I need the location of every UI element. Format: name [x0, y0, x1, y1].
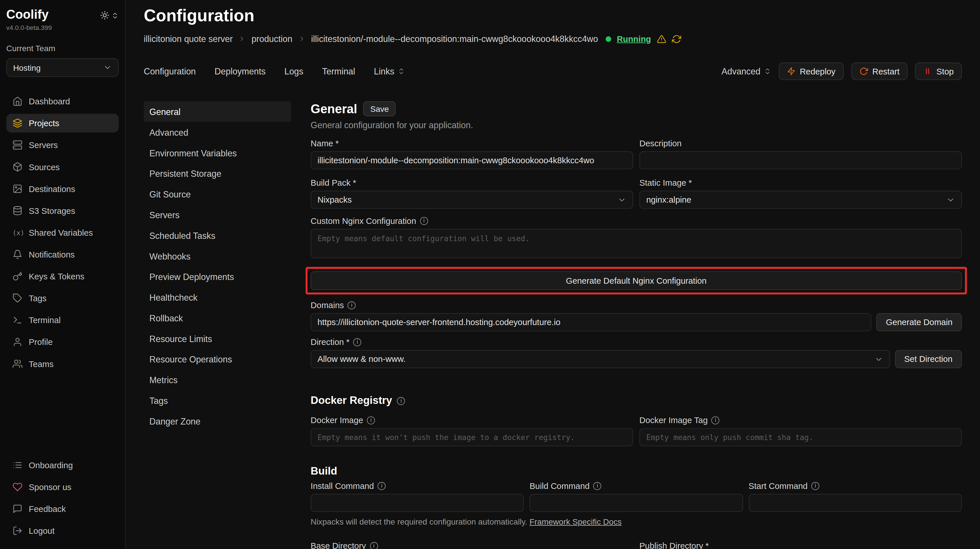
sidebar-item-feedback[interactable]: Feedback [6, 500, 119, 518]
tab-logs[interactable]: Logs [284, 67, 303, 76]
box-icon [12, 162, 22, 172]
sidebar-item-logout[interactable]: Logout [6, 521, 119, 540]
tab-deployments[interactable]: Deployments [215, 67, 266, 76]
sidebar-item-label: Destinations [29, 184, 75, 193]
subnav-item-tags[interactable]: Tags [144, 390, 291, 411]
chevron-right-icon [298, 35, 305, 43]
image-icon [12, 184, 22, 194]
subnav-item-preview-deployments[interactable]: Preview Deployments [144, 266, 291, 287]
sidebar-item-projects[interactable]: Projects [6, 114, 119, 132]
name-input[interactable] [311, 151, 633, 169]
team-selector[interactable]: Hosting [6, 58, 119, 77]
build-command-input[interactable] [530, 494, 743, 512]
stop-button[interactable]: Stop [915, 62, 962, 80]
chevron-down-icon [874, 355, 883, 363]
sidebar-item-profile[interactable]: Profile [6, 333, 119, 351]
tab-links[interactable]: Links [374, 67, 405, 76]
sidebar-item-teams[interactable]: Teams [6, 355, 119, 373]
subnav-item-healthcheck[interactable]: Healthcheck [144, 287, 291, 307]
sidebar-item-label: Terminal [29, 315, 60, 325]
info-icon[interactable] [711, 416, 720, 424]
redeploy-button[interactable]: Redeploy [778, 62, 843, 80]
sidebar-item-sponsor-us[interactable]: Sponsor us [6, 478, 119, 496]
breadcrumb-resource[interactable]: illicitestonion/-module--decomposition:m… [311, 33, 598, 44]
warning-triangle-icon[interactable] [657, 34, 666, 44]
sidebar-item-shared-variables[interactable]: (x) Shared Variables [6, 223, 119, 242]
chevrons-up-down-icon[interactable] [111, 11, 119, 19]
subnav-item-persistent-storage[interactable]: Persistent Storage [144, 163, 291, 184]
subnav-item-environment-variables[interactable]: Environment Variables [144, 143, 291, 163]
generate-domain-button[interactable]: Generate Domain [877, 313, 962, 331]
section-title: General [311, 102, 357, 116]
install-command-input[interactable] [311, 494, 524, 512]
description-label: Description [640, 139, 682, 148]
sidebar-item-keys-tokens[interactable]: Keys & Tokens [6, 267, 119, 286]
info-icon[interactable] [378, 482, 386, 490]
subnav-item-metrics[interactable]: Metrics [144, 369, 291, 390]
subnav-item-danger-zone[interactable]: Danger Zone [144, 411, 291, 431]
general-form: General Save General configuration for y… [311, 101, 962, 549]
restart-button[interactable]: Restart [851, 62, 908, 80]
stop-icon [923, 67, 932, 76]
terminal-icon [12, 315, 22, 325]
framework-docs-link[interactable]: Framework Specific Docs [530, 517, 622, 527]
refresh-status-icon[interactable] [671, 34, 681, 44]
subnav-item-webhooks[interactable]: Webhooks [144, 246, 291, 266]
direction-label: Direction * [311, 337, 350, 347]
info-icon[interactable] [420, 217, 428, 225]
theme-toggle-sun-icon[interactable] [100, 11, 110, 20]
sidebar-item-dashboard[interactable]: Dashboard [6, 92, 119, 111]
sidebar-item-label: Projects [29, 118, 59, 128]
subnav-item-resource-limits[interactable]: Resource Limits [144, 328, 291, 349]
team-selector-value: Hosting [13, 63, 41, 72]
sidebar-item-terminal[interactable]: Terminal [6, 311, 119, 329]
docker-image-tag-input[interactable] [640, 428, 962, 446]
sidebar-item-notifications[interactable]: Notifications [6, 245, 119, 264]
domains-input[interactable] [311, 313, 872, 331]
info-icon[interactable] [397, 397, 405, 405]
docker-registry-title: Docker Registry [311, 395, 392, 407]
app-version: v4.0.0-beta.399 [6, 24, 119, 31]
status-running-link[interactable]: Running [617, 34, 651, 44]
settings-subnav: General Advanced Environment Variables P… [144, 101, 291, 431]
info-icon[interactable] [593, 482, 601, 490]
tab-configuration[interactable]: Configuration [144, 67, 196, 76]
subnav-item-general[interactable]: General [144, 101, 291, 122]
build-pack-select[interactable]: Nixpacks [311, 191, 633, 208]
sidebar-item-s3-storages[interactable]: S3 Storages [6, 201, 119, 220]
info-icon[interactable] [348, 301, 356, 309]
subnav-item-git-source[interactable]: Git Source [144, 184, 291, 204]
direction-select[interactable]: Allow www & non-www. [311, 350, 890, 368]
sidebar-item-tags[interactable]: Tags [6, 289, 119, 307]
start-command-input[interactable] [749, 494, 962, 512]
nginx-config-label: Custom Nginx Configuration [311, 216, 416, 226]
breadcrumb-environment[interactable]: production [251, 33, 292, 44]
name-label: Name * [311, 139, 339, 148]
database-icon [12, 205, 22, 216]
subnav-item-scheduled-tasks[interactable]: Scheduled Tasks [144, 225, 291, 246]
description-input[interactable] [640, 151, 962, 169]
info-icon[interactable] [367, 416, 375, 424]
subnav-item-advanced[interactable]: Advanced [144, 122, 291, 143]
sidebar-item-sources[interactable]: Sources [6, 158, 119, 176]
save-button[interactable]: Save [364, 101, 396, 116]
sidebar-item-onboarding[interactable]: Onboarding [6, 455, 119, 474]
docker-image-input[interactable] [311, 428, 633, 446]
sidebar-item-destinations[interactable]: Destinations [6, 179, 119, 198]
generate-nginx-config-button[interactable]: Generate Default Nginx Configuration [311, 271, 962, 290]
info-icon[interactable] [353, 338, 361, 346]
subnav-item-servers[interactable]: Servers [144, 204, 291, 225]
subnav-item-rollback[interactable]: Rollback [144, 307, 291, 328]
breadcrumb-project[interactable]: illicitonion quote server [144, 33, 233, 44]
publish-directory-label: Publish Directory * [640, 541, 709, 549]
advanced-dropdown[interactable]: Advanced [721, 67, 771, 76]
nginx-config-textarea[interactable] [311, 229, 962, 258]
tab-terminal[interactable]: Terminal [322, 67, 355, 76]
sidebar-item-label: Dashboard [29, 97, 70, 106]
static-image-select[interactable]: nginx:alpine [640, 191, 962, 208]
info-icon[interactable] [811, 482, 819, 490]
info-icon[interactable] [369, 542, 378, 549]
set-direction-button[interactable]: Set Direction [895, 350, 962, 368]
subnav-item-resource-operations[interactable]: Resource Operations [144, 349, 291, 370]
sidebar-item-servers[interactable]: Servers [6, 136, 119, 154]
